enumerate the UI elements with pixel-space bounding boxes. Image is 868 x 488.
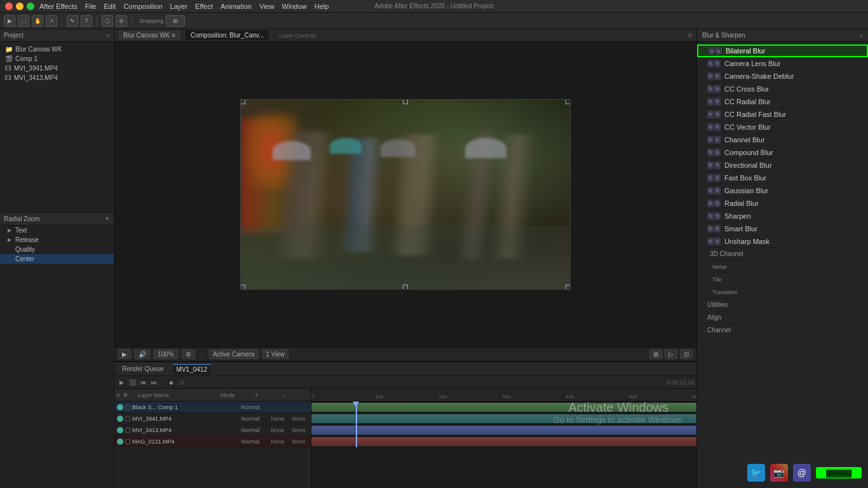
- layer-mode[interactable]: Normal: [234, 427, 266, 433]
- effect-item-directional-blur[interactable]: fx fx Directional Blur: [697, 159, 868, 172]
- sub-item-noise[interactable]: Noise: [697, 261, 868, 273]
- close-button[interactable]: [5, 3, 13, 10]
- layer-row-3[interactable]: MAG_0121.MP4 Normal None None: [114, 436, 311, 447]
- effect-item-channel-blur[interactable]: fx fx Channel Blur: [697, 133, 868, 146]
- twitter-icon[interactable]: 🐦: [747, 464, 765, 482]
- toolbar-paint[interactable]: ⊘: [116, 15, 127, 27]
- playhead[interactable]: [356, 402, 357, 447]
- tree-item-release[interactable]: ▶ Release: [0, 235, 114, 245]
- layer-visibility[interactable]: [117, 438, 123, 445]
- anchor-bm[interactable]: [403, 285, 408, 290]
- bottom-item-align[interactable]: Align: [697, 311, 868, 324]
- effects-panel-menu[interactable]: ▼: [104, 215, 110, 222]
- layer-mode[interactable]: Normal: [234, 438, 266, 445]
- menu-edit[interactable]: Edit: [104, 3, 116, 10]
- effect-item-cc-cross-blur[interactable]: fx fx CC Cross Blur: [697, 83, 868, 95]
- track-bar-1[interactable]: [311, 414, 696, 423]
- tl-tool-solo[interactable]: ☉: [177, 378, 186, 387]
- layer-visibility[interactable]: [117, 416, 123, 422]
- layer-keys[interactable]: None: [289, 438, 308, 445]
- effect-item-cc-radial-fast-blur[interactable]: fx fx CC Radial Fast Blur: [697, 108, 868, 121]
- layer-row-0[interactable]: Black S... Comp 1 Normal: [114, 402, 311, 413]
- view-selector[interactable]: 1 View: [262, 349, 289, 359]
- toolbar-snapping[interactable]: ⊞: [166, 15, 185, 27]
- effect-item-gaussian-blur[interactable]: fx fx Gaussian Blur: [697, 184, 868, 197]
- layer-keys[interactable]: None: [289, 427, 308, 433]
- tab-render-queue[interactable]: Render Queue: [118, 364, 168, 374]
- anchor-tl[interactable]: [240, 99, 245, 104]
- menu-effect[interactable]: Effect: [195, 3, 213, 10]
- sub-item-tile[interactable]: Tile: [697, 273, 868, 286]
- menu-layer[interactable]: Layer: [170, 3, 188, 10]
- menu-window[interactable]: Window: [282, 3, 307, 10]
- tab-mv1[interactable]: MV1_0412: [173, 364, 211, 374]
- anchor-br[interactable]: [566, 285, 571, 290]
- instagram-icon[interactable]: 📷: [770, 464, 788, 482]
- track-bar-0[interactable]: [311, 403, 696, 412]
- social-highlight[interactable]: ▓▓▓▓▓: [816, 467, 862, 478]
- maximize-button[interactable]: [27, 3, 34, 10]
- preview-button[interactable]: ▷: [665, 349, 677, 359]
- effect-item-cc-vector-blur[interactable]: fx fx CC Vector Blur: [697, 121, 868, 133]
- toolbar-pen[interactable]: ✎: [67, 15, 78, 27]
- effects-browser-menu[interactable]: ≡: [860, 32, 863, 39]
- play-button[interactable]: ▶: [118, 349, 131, 359]
- comp-tab-blur[interactable]: Blur Canvas WK ≡: [118, 30, 180, 40]
- effect-item-fast-box-blur[interactable]: fx fx Fast Box Blur: [697, 172, 868, 184]
- project-item[interactable]: 🎬 Comp 1: [0, 54, 114, 64]
- minimize-button[interactable]: [16, 3, 24, 10]
- camera-selector[interactable]: Active Camera: [209, 349, 259, 359]
- menu-after-effects[interactable]: After Effects: [39, 3, 78, 10]
- layer-lock[interactable]: [125, 416, 130, 421]
- zoom-level[interactable]: 100%: [154, 349, 178, 359]
- audio-button[interactable]: 🔊: [135, 349, 150, 359]
- layer-lock[interactable]: [125, 428, 130, 433]
- sub-cat-3dchannel[interactable]: 3D Channel: [697, 248, 868, 261]
- layer-visibility[interactable]: [117, 427, 123, 433]
- comp-options[interactable]: ⚙: [688, 32, 693, 39]
- toolbar-select[interactable]: ▶: [4, 15, 15, 27]
- layer-controls-tab[interactable]: Layer Controls: [279, 32, 316, 39]
- project-panel-controls[interactable]: ≡: [107, 32, 110, 39]
- toolbar-type[interactable]: T: [81, 15, 92, 27]
- tree-item-quality[interactable]: Quality: [0, 245, 114, 254]
- layer-visibility[interactable]: [117, 404, 123, 410]
- menu-composition[interactable]: Composition: [123, 3, 162, 10]
- toolbar-arrow[interactable]: ↗: [46, 15, 57, 27]
- effect-item-smart-blur[interactable]: fx fx Smart Blur: [697, 222, 868, 235]
- render-button[interactable]: ⊡: [680, 349, 693, 359]
- menu-animation[interactable]: Animation: [220, 3, 252, 10]
- at-icon[interactable]: @: [793, 464, 811, 482]
- effect-item-unsharp-mask[interactable]: fx fx Unsharp Mask: [697, 235, 868, 248]
- layer-row-1[interactable]: MVI_3941.MP4 Normal None None: [114, 413, 311, 424]
- effect-item-radial-blur[interactable]: fx fx Radial Blur: [697, 197, 868, 210]
- track-bar-2[interactable]: [311, 426, 696, 435]
- layer-options[interactable]: None: [268, 416, 287, 422]
- tree-item-center[interactable]: Center: [0, 254, 114, 264]
- project-item[interactable]: 🎞 MVI_3413.MP4: [0, 73, 114, 83]
- resolution-btn[interactable]: ⚙: [182, 349, 195, 359]
- toolbar-hand[interactable]: ✋: [32, 15, 43, 27]
- effect-item-sharpen[interactable]: fx fx Sharpen: [697, 210, 868, 222]
- track-bar-3[interactable]: [311, 437, 696, 446]
- layer-lock[interactable]: [125, 439, 130, 444]
- comp-tab-main[interactable]: Composition: Blur_Canv...: [186, 30, 269, 40]
- effect-item-camera-lens-blur[interactable]: fx fx Camera Lens Blur: [697, 57, 868, 70]
- effect-item-compound-blur[interactable]: fx fx Compound Blur: [697, 146, 868, 159]
- sub-item-transition[interactable]: Transition: [697, 286, 868, 299]
- effect-item-bilateral-blur[interactable]: fx fx Bilateral Blur: [697, 44, 868, 57]
- project-item[interactable]: 📁 Blur Canvas WK: [0, 44, 114, 54]
- tl-tool-add-marker[interactable]: ◆: [166, 378, 175, 387]
- tl-tool-play[interactable]: ▶: [117, 378, 126, 387]
- project-item[interactable]: 🎞 MVI_3941.MP4: [0, 64, 114, 73]
- anchor-tr[interactable]: [566, 99, 571, 104]
- layer-lock[interactable]: [125, 405, 130, 410]
- tree-item-text[interactable]: ▶ Text: [0, 226, 114, 235]
- layer-row-2[interactable]: MVI_3413.MP4 Normal None None: [114, 424, 311, 436]
- bottom-item-utilities[interactable]: Utilities: [697, 299, 868, 311]
- effect-item-cc-radial-blur[interactable]: fx fx CC Radial Blur: [697, 95, 868, 108]
- toolbar-rect[interactable]: ⬚: [18, 15, 29, 27]
- layer-keys[interactable]: None: [289, 416, 308, 422]
- menu-help[interactable]: Help: [315, 3, 329, 10]
- layer-mode[interactable]: Normal: [234, 404, 266, 410]
